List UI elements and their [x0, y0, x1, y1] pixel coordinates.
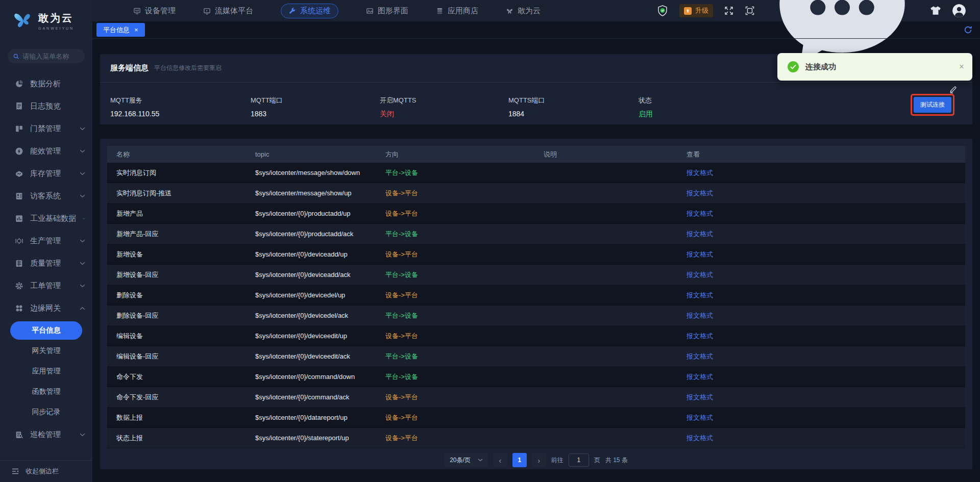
prev-page-button[interactable]: ‹ [493, 453, 507, 467]
sidebar-item[interactable]: 平台信息 [10, 321, 82, 340]
table-row: 新增产品-回应 $sys/iotcenter/{0}/productadd/ac… [107, 224, 965, 244]
sidebar-item[interactable]: 日志预览 [0, 95, 92, 117]
collapse-sidebar-button[interactable]: 收起侧边栏 [0, 460, 92, 482]
view-format-link[interactable]: 报文格式 [687, 372, 965, 382]
sidebar-item[interactable]: 质量管理 [0, 252, 92, 274]
chevron-down-icon [80, 284, 85, 288]
main-content: 服务端信息 平台信息修改后需要重启 MQTT服务 192.168.110.55 … [92, 39, 980, 482]
page-size-value: 20条/页 [450, 456, 471, 465]
collapse-label: 收起侧边栏 [26, 467, 59, 476]
view-format-link[interactable]: 报文格式 [687, 168, 965, 177]
tab-close-icon[interactable]: × [134, 26, 138, 34]
view-format-link[interactable]: 报文格式 [687, 311, 965, 320]
sidebar-item[interactable]: 同步记录 [10, 403, 82, 421]
card-title: 服务端信息 [110, 63, 149, 73]
tab-bar: 平台信息 × [92, 21, 980, 39]
table-row: 新增设备-回应 $sys/iotcenter/{0}/deviceadd/ack… [107, 265, 965, 285]
success-check-icon [788, 61, 799, 72]
column-header-direction: 方向 [385, 150, 544, 159]
view-format-link[interactable]: 报文格式 [687, 393, 965, 402]
sidebar-item[interactable]: 巡检管理 [0, 423, 92, 446]
view-format-link[interactable]: 报文格式 [687, 189, 965, 198]
sidebar-item[interactable]: 应用管理 [10, 362, 82, 380]
nav-item[interactable]: 应用商店 [436, 6, 478, 16]
collapse-icon [11, 467, 19, 475]
page-unit-label: 页 [594, 456, 600, 465]
pagination: 20条/页 ‹ 1 › 前往 页 共 15 条 [107, 453, 965, 467]
toast-message: 连接成功 [805, 62, 836, 72]
graphic-ui-icon [366, 7, 374, 15]
view-format-link[interactable]: 报文格式 [687, 209, 965, 218]
sidebar-item[interactable]: 工业基础数据 [0, 207, 92, 230]
table-row: 删除设备-回应 $sys/iotcenter/{0}/devicedel/ack… [107, 306, 965, 326]
table-row: 新增产品 $sys/iotcenter/{0}/productadd/up 设备… [107, 204, 965, 224]
edit-pencil-icon[interactable] [949, 86, 957, 93]
menu-search-input[interactable] [22, 53, 79, 60]
chevron-down-icon [80, 194, 85, 198]
nav-item[interactable]: 流媒体平台 [203, 6, 253, 16]
app-store-icon [436, 7, 444, 15]
chevron-down-icon [80, 127, 85, 131]
sidebar-item[interactable]: 库存管理 [0, 162, 92, 185]
card-subtitle: 平台信息修改后需要重启 [154, 64, 222, 72]
table-row: 命令下发 $sys/iotcenter/{0}/command/down 平台-… [107, 367, 965, 387]
energy-icon [15, 147, 23, 156]
view-format-link[interactable]: 报文格式 [687, 413, 965, 422]
chevron-down-icon [478, 459, 483, 462]
sidebar-item[interactable]: 数据分析 [0, 72, 92, 95]
device-management-icon [133, 7, 141, 15]
chevron-up-icon [80, 307, 85, 310]
primary-nav: 设备管理 流媒体平台 系统运维 图形界面 应用商店 敢为云 [92, 0, 541, 21]
sidebar-item[interactable]: 工单管理 [0, 274, 92, 297]
column-header-topic: topic [255, 150, 385, 158]
view-format-link[interactable]: 报文格式 [687, 434, 965, 443]
brand-name: 敢为云 [38, 11, 74, 25]
toast-close-icon[interactable]: × [959, 62, 964, 72]
nav-item[interactable]: 敢为云 [506, 6, 541, 16]
sidebar-item[interactable]: 边缘网关 [0, 297, 92, 319]
server-field: MQTTS端口 1884 [508, 96, 639, 119]
theme-shirt-icon[interactable] [929, 5, 942, 17]
view-format-link[interactable]: 报文格式 [687, 270, 965, 280]
upgrade-button[interactable]: 升级 [679, 4, 713, 17]
goto-page-input[interactable] [569, 453, 589, 467]
sidebar-item[interactable]: 函数管理 [10, 383, 82, 401]
nav-item[interactable]: 设备管理 [133, 6, 176, 16]
sidebar-item[interactable]: 门禁管理 [0, 117, 92, 140]
sidebar-item[interactable]: 生产管理 [0, 230, 92, 252]
view-format-link[interactable]: 报文格式 [687, 250, 965, 259]
top-navbar: 设备管理 流媒体平台 系统运维 图形界面 应用商店 敢为云 [0, 0, 980, 21]
goto-label: 前往 [551, 456, 564, 465]
nav-item[interactable]: 系统运维 [281, 4, 338, 18]
table-row: 命令下发-回应 $sys/iotcenter/{0}/command/ack 设… [107, 387, 965, 408]
page-size-select[interactable]: 20条/页 [445, 453, 488, 467]
next-page-button[interactable]: › [532, 453, 546, 467]
view-format-link[interactable]: 报文格式 [687, 352, 965, 361]
view-format-link[interactable]: 报文格式 [687, 291, 965, 300]
sidebar-item[interactable]: 访客系统 [0, 185, 92, 207]
nav-item[interactable]: 图形界面 [366, 6, 408, 16]
pie-chart-icon [15, 80, 23, 88]
menu-search[interactable] [8, 49, 85, 63]
tab-platform-info[interactable]: 平台信息 × [96, 23, 145, 37]
topbar-actions: 升级 0 [656, 0, 966, 21]
sidebar-item[interactable]: 网关管理 [10, 342, 82, 360]
streaming-platform-icon [203, 7, 211, 15]
refresh-icon[interactable] [964, 26, 972, 34]
fullscreen-expand-icon[interactable] [724, 6, 734, 16]
test-connection-button[interactable]: 测试连接 [914, 97, 951, 113]
work-order-icon [15, 282, 23, 290]
table-row: 数据上报 $sys/iotcenter/{0}/datareport/up 设备… [107, 408, 965, 428]
frame-capture-icon[interactable] [745, 6, 755, 16]
sidebar-menu: 数据分析 日志预览 门禁管理 能效管理 [0, 72, 92, 460]
chevron-down-icon [80, 262, 85, 265]
view-format-link[interactable]: 报文格式 [687, 230, 965, 239]
security-shield-icon[interactable] [656, 5, 669, 17]
sidebar-item[interactable]: 能效管理 [0, 140, 92, 162]
view-format-link[interactable]: 报文格式 [687, 332, 965, 341]
current-page-button[interactable]: 1 [512, 453, 527, 467]
table-row: 状态上报 $sys/iotcenter/{0}/statereport/up 设… [107, 428, 965, 448]
user-avatar[interactable] [952, 4, 966, 17]
table-row: 删除设备 $sys/iotcenter/{0}/devicedel/up 设备-… [107, 285, 965, 306]
server-field: 开启MQTTS 关闭 [380, 96, 508, 119]
